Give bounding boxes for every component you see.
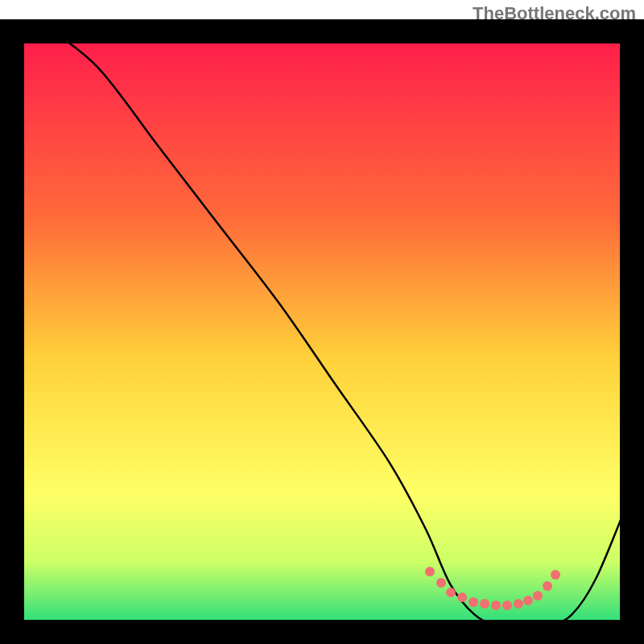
bottleneck-chart xyxy=(0,0,644,644)
marker-dot xyxy=(514,599,523,609)
marker-dot xyxy=(457,592,467,602)
marker-dot xyxy=(446,588,456,597)
marker-dot xyxy=(543,581,552,591)
marker-dot xyxy=(523,596,533,605)
marker-dot xyxy=(551,570,560,580)
marker-dot xyxy=(480,599,489,609)
marker-dot xyxy=(469,597,478,607)
marker-dot xyxy=(425,567,435,576)
marker-dot xyxy=(491,601,501,610)
marker-dot xyxy=(502,601,512,610)
watermark: TheBottleneck.com xyxy=(473,3,636,24)
plot-background xyxy=(24,43,620,620)
marker-dot xyxy=(533,591,543,601)
marker-dot xyxy=(436,578,446,588)
